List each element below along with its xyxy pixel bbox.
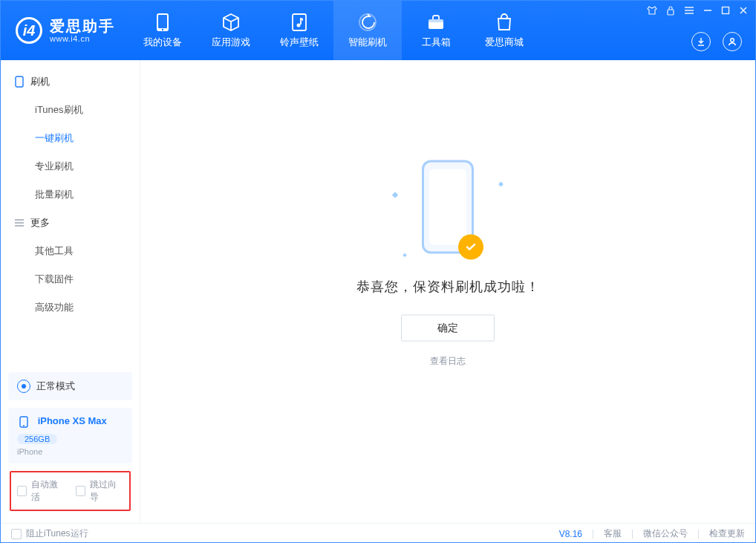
option-label: 跳过向导: [90, 478, 123, 504]
separator-icon: [593, 530, 593, 539]
sidebar-group-title: 刷机: [30, 75, 50, 88]
svg-point-10: [731, 39, 734, 42]
footer-link-update[interactable]: 检查更新: [709, 527, 745, 540]
user-icon[interactable]: [723, 32, 742, 51]
download-icon[interactable]: [691, 32, 711, 51]
sidebar-item-download-firmware[interactable]: 下载固件: [1, 265, 140, 293]
ok-button[interactable]: 确定: [401, 315, 495, 342]
device-capacity-badge: 256GB: [17, 434, 57, 444]
nav-smart-flash[interactable]: 智能刷机: [333, 1, 402, 60]
checkbox-icon: [17, 486, 27, 496]
sidebar-item-advanced[interactable]: 高级功能: [1, 293, 140, 322]
lock-icon[interactable]: [666, 5, 675, 16]
svg-rect-9: [723, 7, 729, 14]
checkbox-skip-guide[interactable]: 跳过向导: [76, 478, 124, 504]
svg-point-13: [23, 425, 25, 426]
shopping-bag-icon: [494, 12, 515, 33]
checkbox-auto-activate[interactable]: 自动激活: [17, 478, 65, 504]
checkbox-icon: [76, 486, 85, 496]
nav-label: 铃声壁纸: [280, 36, 319, 49]
sidebar-group-more[interactable]: 更多: [1, 209, 140, 237]
toolbox-icon: [426, 12, 446, 33]
footer-link-wechat[interactable]: 微信公众号: [643, 527, 688, 540]
sidebar-group-title: 更多: [30, 216, 50, 230]
sidebar-item-batch-flash[interactable]: 批量刷机: [1, 181, 140, 209]
success-illustration: [388, 160, 507, 264]
option-label: 自动激活: [31, 478, 65, 504]
list-icon: [14, 218, 25, 228]
app-name-en: www.i4.cn: [50, 34, 115, 43]
flash-options-highlight: 自动激活 跳过向导: [10, 471, 131, 511]
checkbox-block-itunes[interactable]: 阻止iTunes运行: [11, 527, 88, 540]
success-panel: 恭喜您，保资料刷机成功啦！ 确定 查看日志: [292, 160, 604, 368]
menu-icon[interactable]: [684, 6, 694, 15]
nav-label: 我的设备: [143, 36, 182, 49]
cube-icon: [221, 12, 241, 33]
sidebar-bottom: 正常模式 iPhone XS Max 256GB iPhone 自动激活: [1, 372, 140, 523]
nav-my-device[interactable]: 我的设备: [128, 1, 197, 60]
app-logo: i4 爱思助手 www.i4.cn: [1, 1, 128, 60]
svg-rect-3: [293, 14, 306, 30]
top-nav: 我的设备 应用游戏 铃声壁纸 智能刷机 工具箱: [128, 1, 538, 60]
sidebar-item-oneclick-flash[interactable]: 一键刷机: [1, 124, 140, 152]
nav-apps-games[interactable]: 应用游戏: [197, 1, 265, 60]
device-subtype: iPhone: [17, 447, 123, 456]
nav-ringtone-wallpaper[interactable]: 铃声壁纸: [265, 1, 333, 60]
device-name: iPhone XS Max: [38, 415, 107, 426]
header: i4 爱思助手 www.i4.cn 我的设备 应用游戏 铃声壁纸: [1, 1, 755, 60]
nav-toolbox[interactable]: 工具箱: [402, 1, 470, 60]
svg-point-2: [162, 29, 163, 30]
checkmark-badge-icon: [458, 235, 483, 260]
nav-label: 应用游戏: [212, 36, 250, 49]
nav-store[interactable]: 爱思商城: [470, 1, 538, 60]
view-log-link[interactable]: 查看日志: [430, 355, 466, 368]
mode-panel[interactable]: 正常模式: [8, 372, 132, 400]
maximize-icon[interactable]: [721, 6, 730, 15]
device-icon: [17, 415, 30, 429]
header-right-icons: [691, 32, 742, 51]
svg-rect-7: [428, 19, 443, 22]
body: 刷机 iTunes刷机 一键刷机 专业刷机 批量刷机 更多 其他工具 下载固件 …: [1, 60, 755, 523]
checkbox-icon: [11, 529, 22, 539]
footer: 阻止iTunes运行 V8.16 客服 微信公众号 检查更新: [1, 523, 755, 543]
sidebar-item-other-tools[interactable]: 其他工具: [1, 237, 140, 265]
sidebar: 刷机 iTunes刷机 一键刷机 专业刷机 批量刷机 更多 其他工具 下载固件 …: [1, 60, 140, 523]
sidebar-item-itunes-flash[interactable]: iTunes刷机: [1, 96, 140, 124]
minimize-icon[interactable]: [703, 6, 712, 15]
device-outline-icon: [14, 77, 25, 87]
nav-label: 爱思商城: [485, 36, 524, 49]
footer-link-support[interactable]: 客服: [604, 527, 622, 540]
phone-icon: [152, 12, 173, 33]
svg-rect-1: [158, 15, 167, 28]
svg-rect-11: [16, 77, 23, 87]
refresh-circle-icon: [357, 12, 378, 33]
sidebar-group-flash[interactable]: 刷机: [1, 68, 140, 96]
window-controls: [647, 5, 748, 16]
success-message: 恭喜您，保资料刷机成功啦！: [356, 278, 540, 296]
footer-block-itunes-label: 阻止iTunes运行: [26, 527, 88, 540]
nav-label: 工具箱: [422, 36, 451, 49]
normal-mode-icon: [17, 380, 30, 393]
separator-icon: [632, 530, 633, 539]
main-content: 恭喜您，保资料刷机成功啦！ 确定 查看日志: [140, 60, 755, 523]
logo-icon: i4: [16, 17, 42, 44]
mode-label: 正常模式: [36, 380, 75, 393]
svg-point-4: [297, 24, 301, 27]
sidebar-item-pro-flash[interactable]: 专业刷机: [1, 152, 140, 181]
close-icon[interactable]: [739, 6, 748, 15]
music-note-icon: [289, 12, 310, 33]
nav-label: 智能刷机: [348, 36, 387, 49]
app-name-cn: 爱思助手: [50, 18, 115, 34]
separator-icon: [698, 530, 699, 539]
shirt-icon[interactable]: [647, 5, 657, 16]
version-label: V8.16: [559, 529, 582, 539]
svg-rect-8: [668, 10, 674, 15]
device-panel[interactable]: iPhone XS Max 256GB iPhone: [8, 408, 132, 464]
